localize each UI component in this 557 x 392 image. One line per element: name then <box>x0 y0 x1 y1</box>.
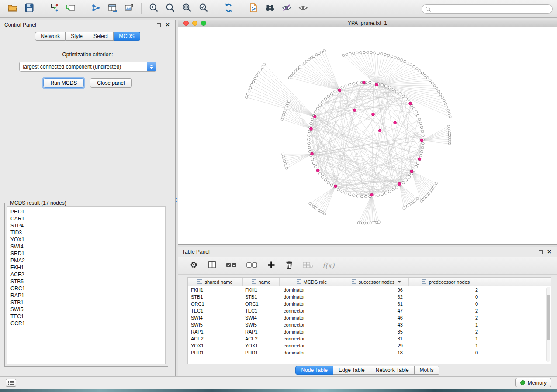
import-table-button[interactable] <box>62 2 79 16</box>
mcds-result-item[interactable]: PHD1 <box>7 208 165 215</box>
mcds-result-item[interactable]: CAR1 <box>7 215 165 222</box>
find-button[interactable] <box>262 2 278 16</box>
zoom-fit-button[interactable] <box>179 2 195 16</box>
export-image-button[interactable] <box>121 2 137 16</box>
mcds-result-item[interactable]: YOX1 <box>7 236 165 243</box>
network-window-titlebar[interactable]: YPA_prune.txt_1 <box>178 20 557 27</box>
scrollbar-thumb[interactable] <box>547 295 550 340</box>
hide-details-button[interactable] <box>278 2 295 16</box>
tab-select[interactable]: Select <box>88 32 114 41</box>
table-row[interactable]: ACE2ACE2connector311 <box>188 335 551 342</box>
table-chart-icon <box>107 3 117 14</box>
mcds-result-item[interactable]: STB1 <box>7 299 165 306</box>
table-scrollbar[interactable] <box>546 287 550 362</box>
column-type-icon <box>197 279 202 285</box>
node-table: shared name name MCDS role successor nod… <box>187 277 551 364</box>
grid-clear-icon <box>303 261 313 271</box>
tab-style[interactable]: Style <box>66 32 88 41</box>
deselect-all-button[interactable] <box>246 261 258 271</box>
table-row[interactable]: PHD1PHD1dominator180 <box>188 349 551 356</box>
column-header-successor-nodes[interactable]: successor nodes <box>344 278 409 286</box>
table-row[interactable]: YOX1YOX1connector291 <box>188 342 551 349</box>
mcds-result-item[interactable]: PMA2 <box>7 257 165 264</box>
refresh-layout-button[interactable] <box>220 2 237 16</box>
table-row[interactable]: TEC1TEC1connector472 <box>188 307 551 314</box>
mcds-result-item[interactable]: ACE2 <box>7 271 165 278</box>
mcds-result-item[interactable]: SWI4 <box>7 243 165 250</box>
tab-edge-table[interactable]: Edge Table <box>333 366 370 375</box>
function-builder-button[interactable]: f(x) <box>322 261 334 270</box>
mcds-result-item[interactable]: GCR1 <box>7 320 165 327</box>
mcds-result-item[interactable]: TID3 <box>7 229 165 236</box>
zoom-in-button[interactable] <box>145 2 162 16</box>
tab-network-table[interactable]: Network Table <box>370 366 415 375</box>
mcds-result-item[interactable]: TEC1 <box>7 313 165 320</box>
splitter-grip[interactable] <box>176 198 177 202</box>
open-folder-icon <box>7 3 18 15</box>
column-header-predecessor-nodes[interactable]: predecessor nodes <box>409 278 483 286</box>
table-row[interactable]: SWI4SWI4dominator462 <box>188 314 551 321</box>
delete-column-button[interactable] <box>285 260 294 271</box>
network-view-canvas[interactable] <box>178 27 557 244</box>
mcds-result-item[interactable]: SWI5 <box>7 306 165 313</box>
search-box <box>422 4 553 14</box>
table-cell: PHD1 <box>243 350 280 355</box>
close-panel-icon[interactable]: × <box>166 21 170 28</box>
run-mcds-button[interactable]: Run MCDS <box>43 78 84 88</box>
status-menu-button[interactable] <box>6 379 16 387</box>
mcds-result-list[interactable]: PHD1CAR1STP4TID3YOX1SWI4SRD1PMA2FKH1ACE2… <box>7 206 166 364</box>
export-table-button[interactable] <box>104 2 121 16</box>
mcds-result-item[interactable]: STP4 <box>7 222 165 229</box>
share-document-button[interactable] <box>245 2 262 16</box>
zoom-fit-icon <box>182 3 192 15</box>
mcds-result-item[interactable]: FKH1 <box>7 264 165 271</box>
tab-network[interactable]: Network <box>35 32 66 41</box>
memory-button[interactable]: Memory <box>515 378 551 387</box>
add-column-button[interactable] <box>267 261 276 271</box>
table-settings-button[interactable] <box>189 260 198 271</box>
export-network-button[interactable] <box>87 2 104 16</box>
criterion-select[interactable]: largest connected component (undirected) <box>19 62 156 72</box>
table-row[interactable]: FKH1FKH1dominator962 <box>188 286 551 293</box>
close-panel-icon[interactable]: × <box>547 248 551 255</box>
save-session-button[interactable] <box>21 2 38 16</box>
table-row[interactable]: SWI5SWI5connector431 <box>188 321 551 328</box>
close-panel-button[interactable]: Close panel <box>90 78 131 88</box>
search-input[interactable] <box>422 4 553 14</box>
float-panel-icon[interactable] <box>157 23 161 27</box>
toolbar-separator <box>42 3 42 14</box>
tab-motifs[interactable]: Motifs <box>415 366 439 375</box>
table-toolbar: f(x) <box>178 257 557 275</box>
select-stepper-icon[interactable] <box>147 62 156 71</box>
table-cell: dominator <box>280 350 344 355</box>
window-close-icon[interactable] <box>183 21 189 26</box>
column-header-shared-name[interactable]: shared name <box>188 278 243 286</box>
tab-mcds[interactable]: MCDS <box>114 32 140 41</box>
table-panel: Table Panel × <box>178 247 557 376</box>
window-minimize-icon[interactable] <box>192 21 197 26</box>
import-network-button[interactable] <box>46 2 62 16</box>
mcds-result-item[interactable]: ORC1 <box>7 285 165 292</box>
table-row[interactable]: RAP1RAP1dominator352 <box>188 328 551 335</box>
mcds-result-item[interactable]: RAP1 <box>7 292 165 299</box>
float-panel-icon[interactable] <box>539 250 543 254</box>
tab-node-table[interactable]: Node Table <box>295 366 333 375</box>
mcds-result-item[interactable]: SRD1 <box>7 250 165 257</box>
main-toolbar <box>0 0 557 18</box>
control-panel-tabs: Network Style Select MCDS <box>0 32 175 41</box>
column-header-mcds-role[interactable]: MCDS role <box>280 278 344 286</box>
show-details-button[interactable] <box>295 2 311 16</box>
column-header-name[interactable]: name <box>243 278 280 286</box>
table-cell: 2 <box>409 329 483 334</box>
mcds-result-item[interactable]: STB5 <box>7 278 165 285</box>
table-row[interactable]: ORC1ORC1dominator610 <box>188 300 551 307</box>
zoom-selected-button[interactable] <box>195 2 212 16</box>
clear-table-button[interactable] <box>303 261 313 271</box>
show-column-button[interactable] <box>208 260 217 271</box>
open-file-button[interactable] <box>4 2 21 16</box>
zoom-out-button[interactable] <box>162 2 179 16</box>
table-row[interactable]: STB1STB1dominator620 <box>188 293 551 300</box>
select-all-button[interactable] <box>226 261 237 271</box>
window-maximize-icon[interactable] <box>201 21 206 26</box>
table-header-row: shared name name MCDS role successor nod… <box>188 278 551 286</box>
